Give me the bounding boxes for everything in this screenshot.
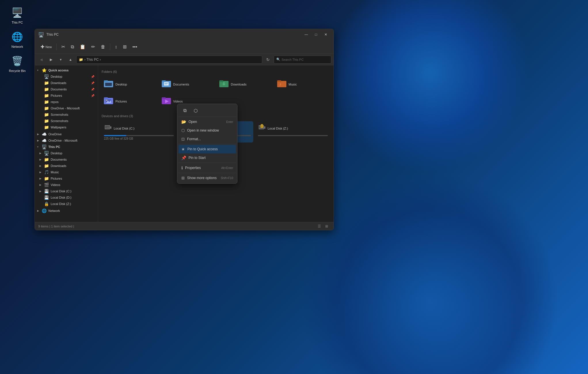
list-view-button[interactable]: ☰ [316, 223, 323, 229]
sidebar-item-network[interactable]: ▶ 🌐 Network [36, 208, 97, 214]
sidebar-item-pc-downloads[interactable]: ▶ 📁 Downloads [38, 163, 97, 169]
minimize-button[interactable]: — [302, 31, 311, 38]
folder-item-documents[interactable]: Documents [159, 77, 215, 92]
folder-pictures-icon [104, 96, 113, 106]
folder-videos-icon [162, 96, 171, 106]
sidebar-item-screenshots1[interactable]: 📁 Screenshots [38, 111, 97, 118]
ctx-item-pin-start[interactable]: 📌 Pin to Start [178, 153, 236, 162]
search-box[interactable]: 🔍 Search This PC [274, 56, 331, 64]
address-path: › This PC › [84, 58, 101, 62]
svg-rect-5 [162, 80, 166, 82]
quick-access-icon: ⭐ [42, 68, 47, 73]
sidebar-this-pc-header[interactable]: ▾ 🖥️ This PC [36, 144, 97, 150]
ctx-copy-button[interactable]: ⧉ [180, 106, 190, 115]
this-pc-icon: 🖥️ [10, 6, 24, 20]
desktop-icon-recycle-bin[interactable]: 🗑️ Recycle Bin [6, 54, 29, 73]
sidebar-item-repos[interactable]: 📁 repos [38, 99, 97, 105]
refresh-button[interactable]: ↻ [264, 56, 272, 64]
quick-access-label: Quick access [48, 69, 68, 72]
folder-music-label: Music [289, 83, 297, 86]
sort-button[interactable]: ↕ [113, 43, 119, 51]
new-button[interactable]: ✚ New [38, 43, 54, 51]
close-button[interactable]: ✕ [321, 31, 330, 38]
status-bar: 9 items | 1 item selected | ☰ ⊞ [35, 222, 334, 230]
folder-item-pictures[interactable]: Pictures [102, 94, 157, 109]
ctx-separator-3 [178, 173, 236, 173]
sidebar-item-wallpapers[interactable]: 📁 Wallpapers [38, 124, 97, 130]
sidebar-item-onedrive-ms-qa[interactable]: 📁 OneDrive - Microsoft [38, 105, 97, 111]
network-label: Network [12, 45, 23, 48]
this-pc-label: This PC [12, 21, 23, 24]
this-pc-children: ▶ 🖥️ Desktop ▶ 📁 Documents ▶ 📁 Downloads [35, 150, 98, 207]
new-icon: ✚ [41, 44, 44, 50]
folder-downloads-icon [219, 79, 229, 89]
sidebar-item-pc-desktop[interactable]: ▶ 🖥️ Desktop [38, 150, 97, 156]
drive-c-bar-bg [104, 135, 174, 136]
sidebar-item-onedrive-microsoft[interactable]: ▶ ☁️ OneDrive - Microsoft [36, 137, 97, 144]
ctx-item-open-new[interactable]: ⬡ Open in new window [178, 126, 236, 135]
folder-item-desktop[interactable]: Desktop [102, 77, 157, 92]
drive-c-icon [104, 124, 112, 133]
svg-point-20 [106, 100, 107, 101]
ctx-properties-icon: ℹ [181, 166, 183, 170]
drive-item-c[interactable]: Local Disk (C:) 225 GB free of 329 GB [102, 121, 176, 143]
sidebar-item-documents[interactable]: 📁 Documents 📌 [38, 86, 97, 92]
ctx-item-open[interactable]: 📂 Open Enter [178, 117, 236, 126]
window-controls: — □ ✕ [302, 31, 330, 38]
search-placeholder: Search This PC [281, 58, 304, 61]
recycle-bin-icon: 🗑️ [10, 54, 24, 68]
sidebar-item-pc-pictures[interactable]: ▶ 📁 Pictures [38, 175, 97, 182]
paste-button[interactable]: 📋 [77, 43, 88, 51]
up-button[interactable]: ▲ [66, 56, 75, 64]
folder-documents-icon [162, 79, 171, 89]
ctx-item-more-options[interactable]: ⊞ Show more options Shift+F10 [178, 174, 236, 182]
sidebar-item-screenshots2[interactable]: 📁 Screenshots [38, 118, 97, 124]
grid-view-button[interactable]: ⊞ [323, 223, 330, 229]
status-view-buttons: ☰ ⊞ [316, 223, 330, 229]
folder-item-music[interactable]: ♪ Music [275, 77, 330, 92]
sidebar-item-pictures[interactable]: 📁 Pictures 📌 [38, 92, 97, 99]
ctx-item-pin-quick[interactable]: ★ Pin to Quick access [178, 145, 236, 153]
cut-button[interactable]: ✂ [59, 43, 67, 51]
desktop-icon-this-pc[interactable]: 🖥️ This PC [6, 6, 29, 24]
sidebar-item-local-z[interactable]: 🔒 Local Disk (Z:) [38, 201, 97, 207]
ctx-item-format[interactable]: ⊡ Format... [178, 135, 236, 143]
copy-button[interactable]: ⧉ [68, 43, 76, 51]
sidebar-item-desktop[interactable]: 🖥️ Desktop 📌 [38, 73, 97, 80]
network-icon: 🌐 [10, 30, 24, 44]
drive-item-z[interactable]: Local Disk (Z:) [256, 121, 330, 143]
delete-icon: 🗑 [101, 44, 105, 50]
svg-rect-10 [219, 80, 223, 82]
recent-button[interactable]: ▾ [57, 56, 65, 64]
view-button[interactable]: ⊞ [121, 43, 129, 51]
sidebar-section-quick-access: ▾ ⭐ Quick access 🖥️ Desktop 📌 📁 Download [35, 67, 98, 130]
sidebar-item-pc-documents[interactable]: ▶ 📁 Documents [38, 156, 97, 163]
sidebar-item-pc-music[interactable]: ▶ 🎵 Music [38, 169, 97, 175]
sidebar-item-local-c[interactable]: ▶ 💾 Local Disk (C:) [38, 188, 97, 194]
forward-button[interactable]: ▶ [47, 56, 55, 64]
delete-button[interactable]: 🗑 [98, 43, 108, 51]
sidebar-item-pc-videos[interactable]: ▶ 🎬 Videos [38, 182, 97, 188]
folder-item-downloads[interactable]: Downloads [217, 77, 273, 92]
back-button[interactable]: ◀ [37, 56, 45, 64]
quick-access-children: 🖥️ Desktop 📌 📁 Downloads 📌 📁 Documents [35, 73, 98, 130]
sidebar-item-onedrive[interactable]: ▶ ☁️ OneDrive [36, 131, 97, 137]
desktop-icon-network[interactable]: 🌐 Network [6, 30, 29, 48]
svg-rect-22 [162, 97, 166, 99]
maximize-button[interactable]: □ [312, 31, 320, 38]
sidebar-item-downloads[interactable]: 📁 Downloads 📌 [38, 80, 97, 86]
this-pc-sidebar-icon: 🖥️ [42, 145, 47, 149]
ctx-open-button[interactable]: ⬡ [191, 106, 201, 115]
ctx-pin-quick-icon: ★ [181, 147, 185, 151]
sidebar-item-local-d[interactable]: 💾 Local Disk (D:) [38, 194, 97, 201]
this-pc-expand-arrow: ▾ [37, 145, 42, 148]
ctx-item-properties[interactable]: ℹ Properties Alt+Enter [178, 164, 236, 172]
rename-button[interactable]: ✏ [89, 43, 97, 51]
sidebar-quick-access-header[interactable]: ▾ ⭐ Quick access [36, 67, 97, 73]
cut-icon: ✂ [61, 44, 65, 50]
address-input[interactable]: 📁 › This PC › [76, 56, 262, 64]
drive-z-icon [258, 124, 266, 133]
ctx-pin-start-icon: 📌 [181, 155, 186, 160]
address-bar: ◀ ▶ ▾ ▲ 📁 › This PC › ↻ 🔍 Search This PC [35, 54, 334, 65]
more-button[interactable]: ••• [130, 43, 140, 51]
